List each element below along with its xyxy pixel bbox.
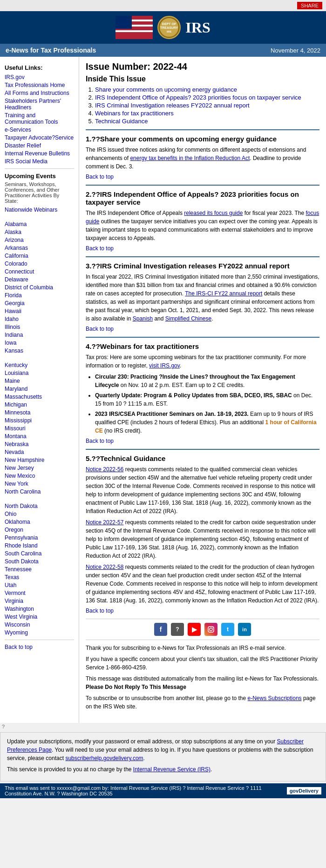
sidebar-state-minnesota[interactable]: Minnesota	[5, 409, 74, 416]
toc-item-5: Technical Guidance	[95, 118, 319, 125]
back-to-top-link-4[interactable]: Back to top	[86, 438, 114, 444]
facebook-icon[interactable]: f	[154, 623, 167, 636]
toc-link-1[interactable]: Share your comments on upcoming energy g…	[95, 86, 237, 93]
sidebar-state-kentucky[interactable]: Kentucky	[5, 362, 74, 368]
irs-link[interactable]: Internal Revenue Service (IRS)	[133, 766, 211, 773]
sidebar-state-illinois[interactable]: Illinois	[5, 324, 74, 330]
sidebar-state-dc[interactable]: District of Columbia	[5, 284, 74, 291]
notice-58-body: Notice 2022-58 requests comments related…	[86, 563, 319, 605]
simplified-chinese-link[interactable]: Simplified Chinese	[165, 315, 211, 322]
back-to-top-link-1[interactable]: Back to top	[86, 174, 114, 180]
subscriberhelp-link[interactable]: subscriberhelp.govdelivery.com	[65, 755, 143, 761]
back-to-top-link-5[interactable]: Back to top	[86, 608, 114, 614]
header-banner: DEPT OF TREASURY IRS IRS	[0, 11, 326, 44]
sidebar-state-north-dakota[interactable]: North Dakota	[5, 503, 74, 509]
sidebar-link-disaster[interactable]: Disaster Relief	[5, 142, 74, 149]
sidebar-state-maryland[interactable]: Maryland	[5, 386, 74, 392]
enews-subscriptions-link[interactable]: e-News Subscriptions	[248, 695, 302, 701]
sidebar-state-new-york[interactable]: New York	[5, 481, 74, 487]
sidebar-link-irb[interactable]: Internal Revenue Bulletins	[5, 150, 74, 157]
sidebar-state-alaska[interactable]: Alaska	[5, 229, 74, 235]
sidebar-state-texas[interactable]: Texas	[5, 574, 74, 581]
ci-annual-report-link[interactable]: The IRS-CI FY22 annual report	[185, 290, 262, 297]
sidebar-state-vermont[interactable]: Vermont	[5, 590, 74, 596]
toc-link-5[interactable]: Technical Guidance	[95, 118, 148, 125]
share-button[interactable]: SHARE	[297, 2, 322, 9]
sidebar-state-missouri[interactable]: Missouri	[5, 425, 74, 432]
sidebar-state-connecticut[interactable]: Connecticut	[5, 268, 74, 275]
notice-2022-57-link[interactable]: Notice 2022-57	[86, 519, 123, 526]
sidebar-state-louisiana[interactable]: Louisiana	[5, 370, 74, 376]
sidebar-state-florida[interactable]: Florida	[5, 292, 74, 299]
sidebar-link-tax-professionals[interactable]: Tax Professionals Home	[5, 82, 74, 88]
sidebar-state-ohio[interactable]: Ohio	[5, 511, 74, 517]
section-divider-3	[86, 256, 319, 257]
sidebar-state-pennsylvania[interactable]: Pennsylvania	[5, 534, 74, 541]
toc-link-3[interactable]: IRS Criminal Investigation releases FY20…	[95, 102, 250, 109]
sidebar-back-to-top[interactable]: Back to top	[5, 644, 74, 650]
sidebar-state-utah[interactable]: Utah	[5, 582, 74, 588]
sidebar-state-georgia[interactable]: Georgia	[5, 300, 74, 307]
sidebar-state-alabama[interactable]: Alabama	[5, 221, 74, 227]
toc-link-2[interactable]: IRS Independent Office of Appeals? 2023 …	[95, 94, 301, 101]
sidebar-state-new-hampshire[interactable]: New Hampshire	[5, 457, 74, 463]
sidebar-nationwide-webinars[interactable]: Nationwide Webinars	[5, 207, 74, 213]
sidebar-state-california[interactable]: California	[5, 253, 74, 259]
twitter-icon[interactable]: t	[221, 623, 234, 636]
sidebar-state-iowa[interactable]: Iowa	[5, 340, 74, 346]
sidebar-state-west-virginia[interactable]: West Virginia	[5, 614, 74, 620]
section-3-body: In fiscal year 2022, IRS Criminal Invest…	[86, 273, 319, 323]
sidebar-state-arizona[interactable]: Arizona	[5, 237, 74, 243]
enews-bar: e-News for Tax Professionals November 4,…	[0, 44, 326, 57]
sidebar-state-delaware[interactable]: Delaware	[5, 276, 74, 283]
notice-2022-58-link[interactable]: Notice 2022-58	[86, 564, 123, 570]
sidebar-link-taxpayer-advocate[interactable]: Taxpayer Advocate?Service	[5, 134, 74, 141]
sidebar-link-social[interactable]: IRS Social Media	[5, 158, 74, 165]
instagram-icon[interactable]	[204, 623, 217, 636]
sidebar-state-nevada[interactable]: Nevada	[5, 449, 74, 455]
sidebar-state-wyoming[interactable]: Wyoming	[5, 629, 74, 636]
sidebar-state-north-carolina[interactable]: North Carolina	[5, 488, 74, 495]
sidebar-state-south-dakota[interactable]: South Dakota	[5, 558, 74, 565]
sidebar-state-virginia[interactable]: Virginia	[5, 598, 74, 604]
sidebar-state-tennessee[interactable]: Tennessee	[5, 566, 74, 573]
sidebar-state-south-carolina[interactable]: South Carolina	[5, 550, 74, 557]
back-to-top-link-3[interactable]: Back to top	[86, 326, 114, 332]
sidebar-link-training[interactable]: Training and Communication Tools	[5, 112, 74, 125]
sidebar-state-wisconsin[interactable]: Wisconsin	[5, 621, 74, 628]
sidebar-state-new-mexico[interactable]: New Mexico	[5, 473, 74, 479]
energy-benefits-link[interactable]: energy tax benefits in the Inflation Red…	[130, 155, 250, 161]
notice-2022-56-link[interactable]: Notice 2022-56	[86, 466, 123, 473]
sidebar-state-montana[interactable]: Montana	[5, 433, 74, 440]
sidebar-state-colorado[interactable]: Colorado	[5, 260, 74, 267]
sidebar-state-michigan[interactable]: Michigan	[5, 401, 74, 408]
question-icon[interactable]: ?	[171, 623, 184, 636]
sidebar-state-oklahoma[interactable]: Oklahoma	[5, 519, 74, 525]
subscriber-preferences-link[interactable]: Subscriber Preferences Page	[7, 738, 304, 753]
sidebar-state-rhode-island[interactable]: Rhode Island	[5, 542, 74, 549]
youtube-icon[interactable]: ▶	[188, 623, 201, 636]
sidebar-state-massachusetts[interactable]: Massachusetts	[5, 394, 74, 400]
section-1-title: 1.??Share your comments on upcoming ener…	[86, 135, 319, 143]
sidebar-link-irs[interactable]: IRS.gov	[5, 74, 74, 80]
sidebar-state-hawaii[interactable]: Hawaii	[5, 308, 74, 314]
sidebar-state-washington[interactable]: Washington	[5, 606, 74, 612]
sidebar-link-stakeholders[interactable]: Stakeholders Partners' Headliners	[5, 98, 74, 111]
sidebar-state-kansas[interactable]: Kansas	[5, 347, 74, 354]
sidebar-state-oregon[interactable]: Oregon	[5, 527, 74, 533]
sidebar-state-maine[interactable]: Maine	[5, 378, 74, 384]
back-to-top-link-2[interactable]: Back to top	[86, 245, 114, 252]
sidebar-state-arkansas[interactable]: Arkansas	[5, 245, 74, 251]
sidebar-state-new-jersey[interactable]: New Jersey	[5, 465, 74, 471]
spanish-link[interactable]: Spanish	[133, 315, 153, 322]
irs-gov-link[interactable]: visit IRS.gov	[149, 362, 180, 369]
sidebar-link-eservices[interactable]: e-Services	[5, 127, 74, 133]
sidebar-state-indiana[interactable]: Indiana	[5, 332, 74, 338]
focus-guide-link-1[interactable]: released its focus guide	[184, 210, 243, 216]
sidebar-state-idaho[interactable]: Idaho	[5, 316, 74, 322]
sidebar-link-forms[interactable]: All Forms and Instructions	[5, 90, 74, 96]
sidebar-state-mississippi[interactable]: Mississippi	[5, 417, 74, 424]
sidebar-state-nebraska[interactable]: Nebraska	[5, 441, 74, 447]
linkedin-icon[interactable]: in	[238, 623, 251, 636]
toc-link-4[interactable]: Webinars for tax practitioners	[95, 110, 174, 117]
